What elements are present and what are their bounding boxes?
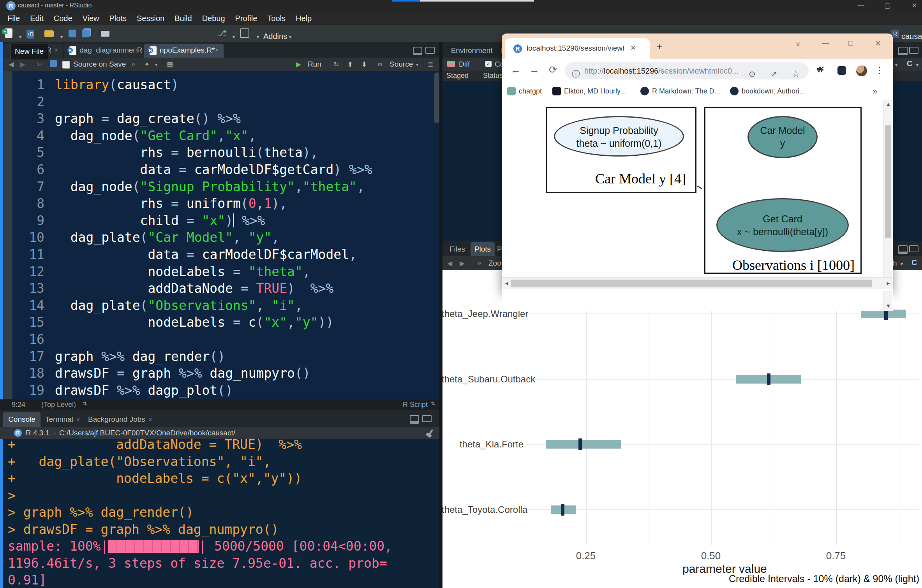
bookmark-item[interactable]: chatgpt <box>507 86 542 97</box>
browser-tab[interactable]: R localhost:15296/session/viewhtm ✕ <box>505 38 650 59</box>
browser-menu-dots-icon[interactable]: ⋮ <box>875 65 884 76</box>
tab-terminal[interactable]: Terminal× <box>45 412 79 427</box>
tab-search-icon[interactable]: ∨ <box>795 40 800 48</box>
tab-background-jobs[interactable]: Background Jobs× <box>88 412 154 427</box>
version-control-dropdown-icon[interactable]: ▾ <box>228 32 239 42</box>
zoom-plot-button[interactable]: Zoo <box>488 259 501 268</box>
menu-edit[interactable]: Edit <box>25 14 48 23</box>
back-icon[interactable]: ← <box>509 64 523 76</box>
bookmark-item[interactable]: R Markdown: The D... <box>640 86 720 97</box>
extensions-puzzle-icon[interactable] <box>816 65 825 75</box>
new-file-icon[interactable]: + <box>3 28 14 39</box>
zoom-out-icon[interactable]: ⊖ <box>749 65 756 83</box>
scrollbar-thumb[interactable] <box>885 125 891 238</box>
scroll-left-icon[interactable]: ◄ <box>504 280 509 286</box>
tab-close-icon[interactable]: × <box>215 47 219 54</box>
tab-environment[interactable]: Environment <box>446 44 497 58</box>
run-next-icon[interactable]: ⬇ <box>361 60 367 69</box>
minimize-pane-icon[interactable] <box>898 47 908 55</box>
maximize-pane-icon[interactable] <box>909 245 918 252</box>
scroll-right-icon[interactable]: ► <box>886 280 891 286</box>
share-icon[interactable]: ↗ <box>770 65 777 83</box>
close-icon[interactable]: ✕ <box>908 2 920 10</box>
save-icon[interactable] <box>50 60 57 69</box>
tab-npoexamples[interactable]: R npoExamples.R* × <box>144 44 224 58</box>
tab-close-icon[interactable]: × <box>76 416 80 423</box>
refresh-icon[interactable]: C <box>907 59 912 68</box>
new-tab-icon[interactable]: + <box>657 41 662 52</box>
menu-session[interactable]: Session <box>132 14 169 23</box>
refresh-plot-icon[interactable]: C <box>911 258 917 267</box>
code-tools-dropdown-icon[interactable]: ▾ <box>155 62 157 67</box>
browser-maximize-icon[interactable]: □ <box>848 39 853 48</box>
save-icon[interactable] <box>67 28 78 39</box>
browser-minimize-icon[interactable]: — <box>822 39 829 47</box>
open-file-icon[interactable] <box>44 28 55 39</box>
menu-profile[interactable]: Profile <box>230 14 263 23</box>
minimize-pane-icon[interactable] <box>898 245 908 254</box>
workspace-panes-icon[interactable] <box>239 28 250 39</box>
scroll-down-icon[interactable]: ▼ <box>886 303 891 309</box>
scroll-up-icon[interactable]: ▲ <box>886 101 891 107</box>
print-icon[interactable] <box>100 28 111 39</box>
new-project-icon[interactable]: +R <box>25 28 36 39</box>
horizontal-scrollbar[interactable]: ◄ ► <box>502 277 893 289</box>
forward-icon[interactable]: → <box>527 64 541 76</box>
reload-icon[interactable]: ⟳ <box>546 64 560 76</box>
minimize-pane-icon[interactable] <box>410 415 419 424</box>
popout-icon[interactable]: ⧉ <box>37 60 42 68</box>
source-dropdown-icon[interactable]: ▾ <box>416 62 418 67</box>
new-file-dropdown-icon[interactable]: ▾ <box>15 32 26 42</box>
previous-plot-icon[interactable]: ◀ <box>447 259 452 268</box>
menu-code[interactable]: Code <box>49 14 78 23</box>
source-on-save-checkbox[interactable] <box>62 61 70 69</box>
compile-report-icon[interactable]: ▤ <box>167 60 173 69</box>
menu-debug[interactable]: Debug <box>197 14 230 23</box>
maximize-pane-icon[interactable] <box>422 415 432 422</box>
rerun-icon[interactable]: ↻ <box>333 60 339 69</box>
maximize-pane-icon[interactable] <box>425 47 435 54</box>
menu-view[interactable]: View <box>78 14 104 23</box>
menu-file[interactable]: File <box>2 14 25 23</box>
site-info-icon[interactable]: ⓘ <box>572 65 580 83</box>
clear-console-icon[interactable] <box>428 429 433 435</box>
publish-dropdown-icon[interactable]: ▾ <box>901 261 903 267</box>
menu-build[interactable]: Build <box>169 14 197 23</box>
tab-console[interactable]: Console <box>3 412 41 427</box>
goto-directory-icon[interactable]: ↪ <box>213 427 220 439</box>
code-editor[interactable]: 1library(causact)23graph = dag_create() … <box>3 71 439 399</box>
source-button[interactable]: Source <box>390 60 413 69</box>
open-file-dropdown-icon[interactable]: ▾ <box>56 32 67 42</box>
minimize-icon[interactable]: — <box>855 2 867 9</box>
scrollbar-thumb[interactable] <box>511 280 872 287</box>
zoom-plot-icon[interactable]: ⌕ <box>478 259 481 267</box>
run-icon[interactable]: ▶ <box>296 60 301 69</box>
bookmark-item[interactable]: Elkton, MD Hourly... <box>552 86 626 97</box>
tab-dag-diagrammer[interactable]: R dag_diagrammer.R × <box>64 44 143 58</box>
tab-plots[interactable]: Plots <box>471 242 495 256</box>
bookmark-item[interactable]: bookdown: Authori... <box>730 86 805 97</box>
next-plot-icon[interactable]: ▶ <box>460 259 465 268</box>
profile-avatar[interactable] <box>856 65 867 76</box>
maximize-icon[interactable]: ▢ <box>881 2 893 10</box>
code-tools-icon[interactable]: ✦ <box>144 60 150 69</box>
console-output[interactable]: + addDataNode = TRUE) %>%+ dag_plate("Ob… <box>3 439 439 588</box>
run-button[interactable]: Run <box>308 60 321 69</box>
run-previous-icon[interactable]: ⬆ <box>347 60 353 69</box>
scope-indicator[interactable]: (Top Level) <box>41 401 76 409</box>
maximize-pane-icon[interactable] <box>909 47 918 54</box>
side-panel-icon[interactable] <box>837 66 846 75</box>
source-icon[interactable]: ⧈ <box>378 60 382 68</box>
tab-close-icon[interactable]: × <box>136 47 139 54</box>
address-bar[interactable]: ⓘ http://localhost:15296/session/viewhtm… <box>565 62 809 79</box>
menu-help[interactable]: Help <box>291 14 317 23</box>
document-outline-icon[interactable]: ≣ <box>428 60 433 69</box>
bookmarks-overflow-icon[interactable]: » <box>873 86 877 97</box>
menu-plots[interactable]: Plots <box>104 14 132 23</box>
tab-files[interactable]: Files <box>446 242 468 256</box>
refresh-dropdown-icon[interactable]: ▾ <box>916 62 918 68</box>
tab-close-icon[interactable]: × <box>148 416 152 423</box>
browser-close-icon[interactable]: ✕ <box>875 39 881 48</box>
tab-close-icon[interactable]: ✕ <box>630 44 636 52</box>
nav-back-icon[interactable]: ◀ <box>9 60 14 69</box>
